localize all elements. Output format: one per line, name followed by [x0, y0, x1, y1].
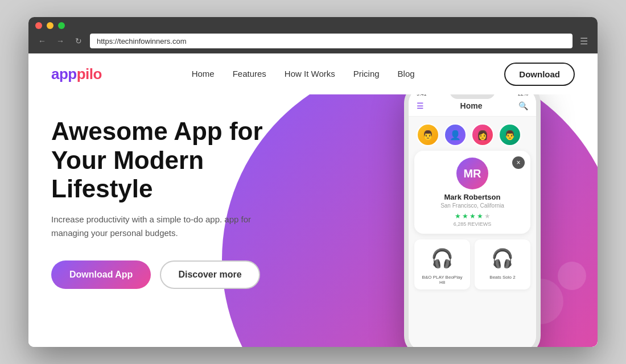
star-3: ★	[470, 212, 476, 220]
phone-app-header: ☰ Home 🔍	[409, 98, 536, 117]
dot-yellow[interactable]	[47, 22, 53, 29]
product-image-2: 🎧	[479, 244, 526, 272]
nav-item-pricing[interactable]: Pricing	[353, 69, 380, 78]
browser-chrome: ← → ↻ ☰	[28, 17, 598, 53]
profile-card: × MR Mark Robertson San Francisco, Calif…	[414, 151, 530, 234]
download-app-button[interactable]: Download App	[51, 260, 151, 289]
avatar-row: 👨 👤 👩 👨	[409, 117, 536, 151]
discover-more-button[interactable]: Discover more	[160, 260, 260, 289]
back-button[interactable]: ←	[35, 34, 49, 48]
star-5: ★	[484, 212, 491, 220]
dot-red[interactable]	[35, 22, 42, 29]
headphones-icon-1: 🎧	[431, 247, 454, 269]
nav-item-home[interactable]: Home	[192, 69, 215, 78]
profile-name: Mark Robertson	[421, 193, 524, 201]
headphones-icon-2: 🎧	[491, 247, 514, 269]
product-row: 🎧 B&O PLAY BeoPlay H8 🎧 Beats Solo 2	[409, 234, 536, 289]
phone-battery: 22%	[518, 94, 528, 97]
deco-circle-2	[558, 262, 586, 290]
browser-menu-icon[interactable]: ☰	[577, 36, 591, 47]
navbar: apppilo Home Features How It Works Prici…	[28, 53, 598, 94]
avatar-2[interactable]: 👤	[444, 123, 467, 146]
browser-bar: ← → ↻ ☰	[35, 34, 591, 48]
avatar-4[interactable]: 👨	[499, 123, 521, 146]
star-2: ★	[462, 212, 468, 220]
browser-window: ← → ↻ ☰ apppilo Home Features How It Wor…	[28, 17, 598, 347]
avatar-1[interactable]: 👨	[417, 123, 439, 146]
phone-body: 👨 👤 👩 👨 × MR Mark Robertson San Francisc…	[409, 117, 536, 346]
review-count: 6,285 REVIEWS	[421, 221, 524, 227]
hero-title: Awesome App for Your Modern Lifestyle	[51, 117, 290, 204]
product-name-2: Beats Solo 2	[479, 275, 526, 280]
phone-header-title: Home	[424, 101, 518, 110]
hero-buttons: Download App Discover more	[51, 260, 290, 289]
nav-download-button[interactable]: Download	[504, 63, 575, 86]
product-card-2[interactable]: 🎧 Beats Solo 2	[475, 239, 530, 289]
hero-section: Awesome App for Your Modern Lifestyle In…	[28, 94, 598, 347]
product-card-1[interactable]: 🎧 B&O PLAY BeoPlay H8	[414, 239, 470, 289]
hero-subtitle: Increase productivity with a simple to-d…	[51, 213, 267, 240]
logo-pilo-text: pilo	[77, 65, 102, 82]
product-name-1: B&O PLAY BeoPlay H8	[419, 275, 466, 285]
hero-content: Awesome App for Your Modern Lifestyle In…	[28, 94, 313, 289]
forward-button[interactable]: →	[53, 34, 67, 48]
phone-search-icon[interactable]: 🔍	[518, 101, 528, 110]
nav-item-how-it-works[interactable]: How It Works	[285, 69, 335, 78]
star-1: ★	[455, 212, 461, 220]
phone-time: 9:41	[417, 94, 427, 97]
dot-green[interactable]	[58, 22, 65, 29]
profile-avatar: MR	[456, 158, 488, 189]
phone-notch	[450, 94, 495, 99]
address-bar[interactable]	[90, 34, 573, 48]
phone-menu-icon[interactable]: ☰	[417, 101, 424, 110]
profile-location: San Francisco, California	[421, 202, 524, 209]
star-4: ★	[477, 212, 483, 220]
profile-close-button[interactable]: ×	[512, 156, 525, 169]
phone-mockup: 9:41 22% ☰ Home 🔍 👨 👤	[404, 94, 541, 347]
nav-item-blog[interactable]: Blog	[398, 69, 415, 78]
star-rating: ★ ★ ★ ★ ★	[421, 212, 524, 220]
nav-item-features[interactable]: Features	[233, 69, 266, 78]
product-image-1: 🎧	[419, 244, 466, 272]
website-content: apppilo Home Features How It Works Prici…	[28, 53, 598, 347]
phone-frame: 9:41 22% ☰ Home 🔍 👨 👤	[404, 94, 541, 347]
logo-app-text: app	[51, 65, 77, 82]
nav-links: Home Features How It Works Pricing Blog	[192, 69, 415, 79]
reload-button[interactable]: ↻	[72, 34, 85, 48]
logo: apppilo	[51, 65, 102, 83]
avatar-3[interactable]: 👩	[471, 123, 494, 146]
